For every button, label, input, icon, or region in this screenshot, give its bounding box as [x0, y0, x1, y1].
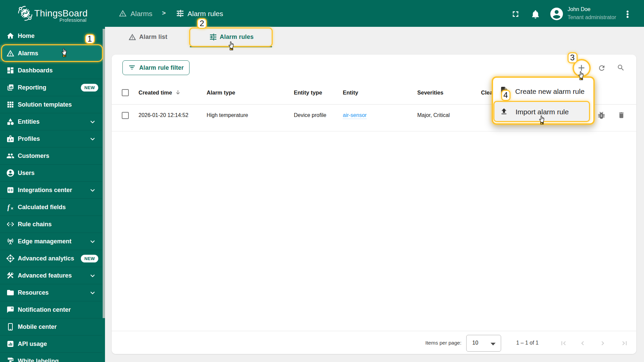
svg-text:f: f — [7, 203, 10, 211]
svg-text:×: × — [11, 205, 13, 210]
